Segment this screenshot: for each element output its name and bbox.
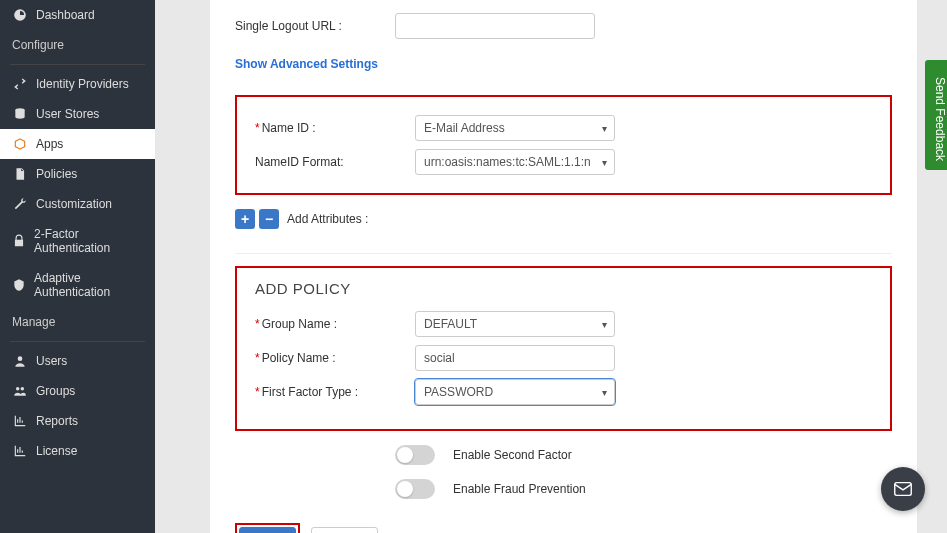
chart-icon <box>12 414 28 428</box>
single-logout-row: Single Logout URL : <box>235 13 892 39</box>
lock-icon <box>12 234 26 248</box>
group-name-label: Group Name : <box>255 317 415 331</box>
sidebar-item-label: Identity Providers <box>36 77 129 91</box>
group-name-select[interactable]: DEFAULT <box>415 311 615 337</box>
file-icon <box>12 167 28 181</box>
svg-point-1 <box>18 356 23 361</box>
action-row: Save Cancel <box>235 523 892 533</box>
enable-fraud-row: Enable Fraud Prevention <box>395 479 892 499</box>
gauge-icon <box>12 8 28 22</box>
save-button[interactable]: Save <box>239 527 296 533</box>
user-icon <box>12 354 28 368</box>
sidebar-item-label: User Stores <box>36 107 99 121</box>
form-panel: Single Logout URL : Show Advanced Settin… <box>210 0 917 533</box>
group-name-row: Group Name : DEFAULT ▾ <box>255 311 872 337</box>
enable-fraud-toggle[interactable] <box>395 479 435 499</box>
nameid-label: Name ID : <box>255 121 415 135</box>
sidebar-item-license[interactable]: License <box>0 436 155 466</box>
enable-second-factor-toggle[interactable] <box>395 445 435 465</box>
add-policy-highlight-box: ADD POLICY Group Name : DEFAULT ▾ Policy… <box>235 266 892 431</box>
chart-icon <box>12 444 28 458</box>
enable-fraud-label: Enable Fraud Prevention <box>453 482 586 496</box>
sidebar-item-label: Policies <box>36 167 77 181</box>
add-attribute-button[interactable]: + <box>235 209 255 229</box>
send-feedback-tab[interactable]: Send Feedback <box>925 60 947 170</box>
sidebar-item-label: Apps <box>36 137 63 151</box>
remove-attribute-button[interactable]: − <box>259 209 279 229</box>
sidebar-item-dashboard[interactable]: Dashboard <box>0 0 155 30</box>
nameid-select[interactable]: E-Mail Address <box>415 115 615 141</box>
envelope-icon <box>892 478 914 500</box>
wrench-icon <box>12 197 28 211</box>
sidebar-item-identity-providers[interactable]: Identity Providers <box>0 69 155 99</box>
single-logout-label: Single Logout URL : <box>235 19 395 33</box>
sidebar-item-label: Dashboard <box>36 8 95 22</box>
add-attributes-label: Add Attributes : <box>287 212 368 226</box>
divider <box>10 341 145 342</box>
users-icon <box>12 384 28 398</box>
svg-point-3 <box>21 387 24 391</box>
sidebar-section-configure: Configure <box>0 30 155 60</box>
policy-name-row: Policy Name : <box>255 345 872 371</box>
sidebar: Dashboard Configure Identity Providers U… <box>0 0 155 533</box>
db-icon <box>12 107 28 121</box>
save-highlight: Save <box>235 523 300 533</box>
enable-second-factor-row: Enable Second Factor <box>395 445 892 465</box>
policy-name-input[interactable] <box>415 345 615 371</box>
sidebar-item-groups[interactable]: Groups <box>0 376 155 406</box>
nameid-highlight-box: Name ID : E-Mail Address ▾ NameID Format… <box>235 95 892 195</box>
sidebar-item-label: Adaptive Authentication <box>34 271 143 299</box>
main-content: Single Logout URL : Show Advanced Settin… <box>155 0 947 533</box>
cancel-button[interactable]: Cancel <box>311 527 378 533</box>
divider <box>10 64 145 65</box>
sidebar-item-users[interactable]: Users <box>0 346 155 376</box>
sidebar-item-label: Reports <box>36 414 78 428</box>
nameid-format-row: NameID Format: urn:oasis:names:tc:SAML:1… <box>255 149 872 175</box>
add-attributes-row: + − Add Attributes : <box>235 209 892 229</box>
single-logout-input[interactable] <box>395 13 595 39</box>
contact-fab[interactable] <box>881 467 925 511</box>
sidebar-item-label: Users <box>36 354 67 368</box>
sidebar-item-user-stores[interactable]: User Stores <box>0 99 155 129</box>
sidebar-item-label: License <box>36 444 77 458</box>
box-icon <box>12 137 28 151</box>
first-factor-row: First Factor Type : PASSWORD ▾ <box>255 379 872 405</box>
sidebar-item-adaptive-auth[interactable]: Adaptive Authentication <box>0 263 155 307</box>
svg-rect-4 <box>895 483 912 496</box>
sidebar-item-policies[interactable]: Policies <box>0 159 155 189</box>
add-policy-heading: ADD POLICY <box>255 280 872 297</box>
nameid-format-select[interactable]: urn:oasis:names:tc:SAML:1.1:nameid-fo <box>415 149 615 175</box>
enable-second-factor-label: Enable Second Factor <box>453 448 572 462</box>
swap-icon <box>12 77 28 91</box>
show-advanced-link[interactable]: Show Advanced Settings <box>235 57 378 71</box>
first-factor-select[interactable]: PASSWORD <box>415 379 615 405</box>
nameid-format-label: NameID Format: <box>255 155 415 169</box>
svg-point-2 <box>16 387 19 391</box>
sidebar-item-apps[interactable]: Apps <box>0 129 155 159</box>
policy-name-label: Policy Name : <box>255 351 415 365</box>
sidebar-item-customization[interactable]: Customization <box>0 189 155 219</box>
first-factor-label: First Factor Type : <box>255 385 415 399</box>
sidebar-item-2fa[interactable]: 2-Factor Authentication <box>0 219 155 263</box>
nameid-row: Name ID : E-Mail Address ▾ <box>255 115 872 141</box>
sidebar-item-label: 2-Factor Authentication <box>34 227 143 255</box>
divider <box>235 253 892 254</box>
sidebar-item-label: Groups <box>36 384 75 398</box>
sidebar-item-reports[interactable]: Reports <box>0 406 155 436</box>
sidebar-item-label: Customization <box>36 197 112 211</box>
sidebar-section-manage: Manage <box>0 307 155 337</box>
shield-icon <box>12 278 26 292</box>
